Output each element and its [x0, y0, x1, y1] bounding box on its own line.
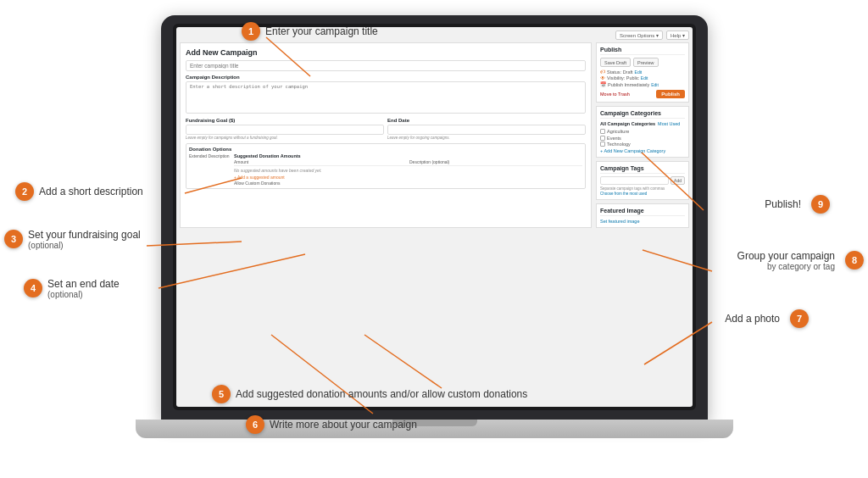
end-date-label: End Date	[387, 118, 586, 123]
callout-number-9: 9	[811, 195, 830, 214]
move-to-trash-link[interactable]: Move to Trash	[600, 92, 630, 97]
callout-text-2: Add a short description	[39, 186, 143, 197]
donation-options-box: Donation Options Extended Description Su…	[186, 143, 586, 189]
categories-tabs: All Campaign Categories Most Used	[600, 121, 685, 126]
callout-text-block-4: Set an end date (optional)	[47, 278, 120, 299]
add-category-link[interactable]: + Add New Campaign Category	[600, 148, 685, 153]
set-featured-image-link[interactable]: Set featured image	[600, 219, 685, 224]
agriculture-label: Agriculture	[607, 129, 629, 134]
help-btn[interactable]: Help ▾	[666, 31, 689, 40]
tags-box: Campaign Tags Add Separate campaign tags…	[596, 161, 689, 200]
tags-input-row: Add	[600, 176, 685, 185]
callout-text-9: Publish!	[765, 198, 801, 210]
callout-2: 2 Add a short description	[15, 182, 143, 201]
callout-text-8: Group your campaign	[737, 250, 835, 262]
status-edit-link[interactable]: Edit	[635, 69, 643, 75]
description-label: Campaign Description	[186, 75, 586, 80]
fundraising-input[interactable]	[186, 125, 384, 135]
publish-time-text: Publish Immediately	[608, 82, 649, 87]
categories-title: Campaign Categories	[600, 110, 685, 119]
screen-bezel: Screen Options ▾ Help ▾ Add New Campaign…	[173, 24, 696, 410]
description-textarea[interactable]	[186, 81, 586, 114]
publish-time-edit-link[interactable]: Edit	[651, 82, 659, 87]
callout-subtext-4: (optional)	[47, 290, 120, 299]
callout-text-block-8: Group your campaign by category or tag	[737, 250, 835, 271]
fundraising-col: Fundraising Goal ($) Leave empty for cam…	[186, 118, 384, 142]
calendar-icon: 📅	[600, 81, 606, 87]
screen-options-btn[interactable]: Screen Options ▾	[615, 31, 663, 40]
visibility-row: 👁 Visibility: Public Edit	[600, 75, 685, 81]
amount-col-header: Amount	[234, 159, 407, 164]
most-used-tab[interactable]: Most Used	[658, 121, 680, 126]
category-technology: Technology	[600, 142, 685, 147]
preview-button[interactable]: Preview	[633, 58, 659, 67]
callout-text-4: Set an end date	[47, 278, 120, 290]
callout-number-3: 3	[4, 230, 23, 248]
featured-image-box: Featured Image Set featured image	[596, 203, 689, 228]
visibility-edit-link[interactable]: Edit	[641, 75, 648, 81]
suggested-amounts-section: Suggested Donation Amounts Amount Descri…	[234, 153, 582, 186]
callout-7: 7 Add a photo	[725, 309, 809, 328]
scene: Screen Options ▾ Help ▾ Add New Campaign…	[0, 0, 868, 478]
end-date-input[interactable]	[387, 125, 586, 135]
tags-hint: Separate campaign tags with commas	[600, 186, 685, 191]
fundraising-label: Fundraising Goal ($)	[186, 118, 384, 123]
suggested-amounts-title: Suggested Donation Amounts	[234, 153, 582, 158]
category-events: Events	[600, 136, 685, 141]
tags-input[interactable]	[600, 176, 669, 185]
callout-4: 4 Set an end date (optional)	[24, 278, 120, 299]
wp-sidebar: Publish Save Draft Preview 🏷 Status: Dra…	[596, 42, 689, 228]
wp-main: Add New Campaign Campaign Description Fu…	[180, 42, 592, 228]
callout-text-6: Write more about your campaign	[270, 419, 417, 431]
save-draft-button[interactable]: Save Draft	[600, 58, 631, 67]
add-tag-button[interactable]: Add	[670, 176, 685, 185]
callout-6: 6 Write more about your campaign	[246, 415, 417, 434]
technology-checkbox[interactable]	[600, 142, 605, 147]
add-suggested-link[interactable]: + Add a suggested amount	[234, 175, 582, 180]
campaign-title-input[interactable]	[186, 60, 586, 71]
events-checkbox[interactable]	[600, 136, 605, 141]
laptop-screen: Screen Options ▾ Help ▾ Add New Campaign…	[176, 27, 693, 407]
no-amounts-text: No suggested amounts have been created y…	[234, 168, 582, 173]
tags-title: Campaign Tags	[600, 165, 685, 174]
status-icon: 🏷	[600, 69, 605, 75]
visibility-text: Visibility: Public	[607, 75, 639, 81]
publish-button[interactable]: Publish	[656, 90, 685, 98]
description-col-header: Description (optional)	[409, 159, 582, 164]
callout-5: 5 Add suggested donation amounts and/or …	[212, 385, 527, 403]
technology-label: Technology	[607, 142, 631, 147]
laptop-outer: Screen Options ▾ Help ▾ Add New Campaign…	[161, 15, 708, 422]
callout-text-5: Add suggested donation amounts and/or al…	[236, 388, 527, 400]
callout-number-4: 4	[24, 279, 42, 297]
callout-9: 9 Publish!	[765, 195, 830, 214]
donation-cols-header: Amount Description (optional)	[234, 159, 582, 166]
publish-buttons-row: Save Draft Preview	[600, 58, 685, 67]
choose-from-used-link[interactable]: Choose from the most used	[600, 192, 685, 196]
agriculture-checkbox[interactable]	[600, 129, 605, 134]
callout-number-8: 8	[845, 251, 864, 270]
callout-subtext-8: by category or tag	[767, 262, 835, 271]
publish-box-title: Publish	[600, 47, 685, 55]
all-categories-tab[interactable]: All Campaign Categories	[600, 121, 655, 126]
callout-subtext-3: (optional)	[28, 241, 141, 250]
publish-footer: Move to Trash Publish	[600, 90, 685, 98]
end-date-hint: Leave empty for ongoing campaigns.	[387, 136, 586, 140]
callout-1: 1 Enter your campaign title	[242, 22, 378, 41]
callout-8: 8 Group your campaign by category or tag	[737, 250, 864, 271]
wp-admin: Screen Options ▾ Help ▾ Add New Campaign…	[176, 27, 693, 407]
wp-content: Add New Campaign Campaign Description Fu…	[180, 42, 689, 228]
callout-text-block-3: Set your fundraising goal (optional)	[28, 229, 141, 250]
callout-text-7: Add a photo	[725, 313, 780, 325]
page-title: Add New Campaign	[186, 48, 586, 57]
allow-custom-checkbox[interactable]: Allow Custom Donations	[234, 181, 582, 186]
callout-3: 3 Set your fundraising goal (optional)	[4, 229, 141, 250]
callout-number-5: 5	[212, 385, 231, 403]
laptop-base	[136, 420, 733, 438]
category-agriculture: Agriculture	[600, 129, 685, 134]
callout-text-1: Enter your campaign title	[265, 25, 378, 37]
end-date-col: End Date Leave empty for ongoing campaig…	[387, 118, 586, 142]
callout-number-2: 2	[15, 182, 34, 201]
fundraising-hint: Leave empty for campaigns without a fund…	[186, 136, 384, 140]
publish-time-row: 📅 Publish Immediately Edit	[600, 81, 685, 87]
donation-options-title: Donation Options	[189, 147, 582, 152]
